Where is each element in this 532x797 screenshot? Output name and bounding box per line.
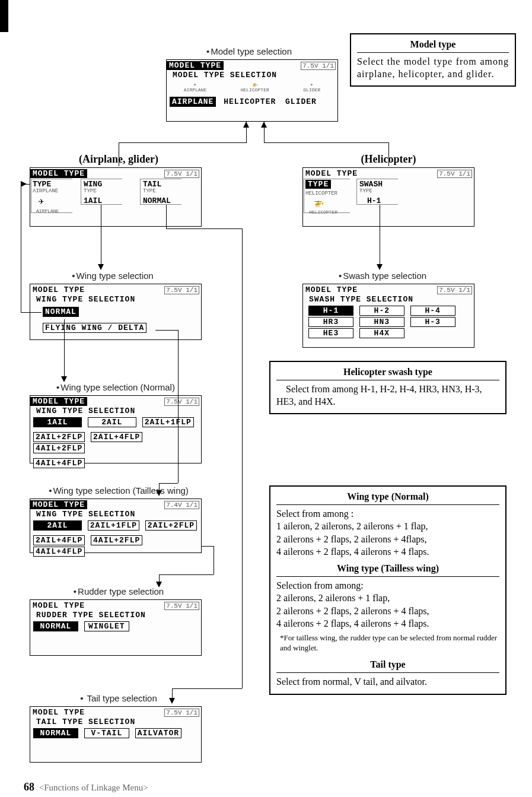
lcd-subtitle: RUDDER TYPE SELECTION [30, 611, 201, 620]
lcd-title: MODEL TYPE [167, 61, 224, 70]
opt-1ail[interactable]: 1AIL [33, 417, 82, 427]
caption-wing-type-selection: Wing type selection [36, 271, 190, 281]
lcd-title: MODEL TYPE [303, 285, 360, 294]
desc-wing-tailless-l2: 2 ailerons, 2 ailerons + 1 flap, [276, 592, 499, 605]
battery-indicator: 7.5V 1/1 [437, 170, 472, 178]
opt-2ail1flp[interactable]: 2AIL+1FLP [142, 417, 194, 427]
desc-tail-type-title: Tail type [276, 658, 499, 673]
battery-indicator: 7.4V 1/1 [164, 501, 199, 509]
battery-indicator: 7.5V 1/1 [437, 286, 472, 294]
battery-indicator: 7.5V 1/1 [164, 286, 199, 294]
option-airplane[interactable]: AIRPLANE [170, 97, 216, 107]
lcd-title: MODEL TYPE [30, 500, 87, 509]
opt-4ail4flp[interactable]: 4AIL+4FLP [33, 458, 85, 468]
opt-vtail[interactable]: V-TAIL [84, 728, 129, 738]
lcd-helicopter: MODEL TYPE 7.5V 1/1 TYPE HELICOPTER 🚁 HE… [302, 167, 474, 227]
opt-normal[interactable]: NORMAL [33, 728, 78, 738]
battery-indicator: 7.5V 1/1 [164, 709, 199, 717]
battery-indicator: 7.5V 1/1 [164, 170, 199, 178]
glider-icon: ✈GLIDER [303, 82, 320, 93]
caption-model-type-selection: Model type selection [172, 46, 326, 56]
desc-heli-swash: Helicopter swash type Select from among … [269, 361, 506, 414]
desc-model-type: Model type Select the model type from am… [350, 33, 516, 87]
lcd-title: MODEL TYPE [30, 285, 87, 294]
heading-helicopter: (Helicopter) [320, 153, 457, 166]
opt-h4[interactable]: H-4 [410, 306, 455, 316]
field-type-hdr: TYPE [33, 180, 51, 189]
desc-wing-tailless-title: Wing type (Tailless wing) [276, 562, 499, 577]
desc-tail-type-body: Select from normal, V tail, and ailvator… [276, 675, 499, 688]
opt-2ail[interactable]: 2AIL [33, 520, 82, 531]
helicopter-icon-label: HELICOPTER [309, 209, 337, 215]
option-helicopter[interactable]: HELICOPTER [221, 97, 278, 106]
desc-model-type-body: Select the model type from among airplan… [357, 55, 509, 81]
opt-2ail4flp[interactable]: 2AIL+4FLP [33, 535, 85, 545]
desc-wing-normal-title: Wing type (Normal) [276, 490, 499, 505]
field-type-val: HELICOPTER [305, 190, 337, 196]
lcd-subtitle: TAIL TYPE SELECTION [30, 717, 201, 726]
opt-hr3[interactable]: HR3 [308, 317, 353, 327]
lcd-subtitle: WING TYPE SELECTION [30, 295, 201, 304]
airplane-icon: ✈AIRPLANE [184, 82, 206, 93]
desc-heli-swash-body: Select from among H-1, H-2, H-4, HR3, HN… [276, 383, 499, 408]
battery-indicator: 7.5V 1/1 [301, 62, 336, 70]
opt-h3[interactable]: H-3 [410, 317, 455, 327]
opt-2ail[interactable]: 2AIL [88, 417, 136, 427]
option-flying-wing-delta[interactable]: FLYING WING / DELTA [43, 323, 146, 333]
field-type-hdr: TYPE [305, 180, 331, 189]
lcd-subtitle: WING TYPE SELECTION [30, 407, 201, 415]
opt-2ail1flp[interactable]: 2AIL+1FLP [88, 520, 139, 531]
caption-wing-type-tailless: Wing type selection (Tailless wing) [24, 485, 214, 496]
battery-indicator: 7.5V 1/1 [164, 398, 199, 406]
field-tail-sub: TYPE [143, 188, 156, 194]
desc-wing-tailless-l3: 2 ailerons + 2 flaps, 2 ailerons + 4 fla… [276, 605, 499, 618]
field-type-val: AIRPLANE [33, 188, 58, 194]
lcd-title: MODEL TYPE [303, 169, 360, 178]
side-tab [0, 0, 8, 32]
opt-2ail2flp[interactable]: 2AIL+2FLP [145, 520, 197, 531]
airplane-icon: ✈ [39, 195, 44, 207]
lcd-tail-type-selection: MODEL TYPE 7.5V 1/1 TAIL TYPE SELECTION … [30, 706, 202, 763]
page-footer: 68 <Functions of Linkage Menu> [24, 781, 148, 793]
opt-h1[interactable]: H-1 [308, 306, 353, 316]
lcd-swash-type-selection: MODEL TYPE 7.5V 1/1 SWASH TYPE SELECTION… [302, 284, 474, 348]
lcd-title: MODEL TYPE [30, 169, 87, 178]
lcd-model-type-selection: MODEL TYPE 7.5V 1/1 MODEL TYPE SELECTION… [166, 59, 338, 122]
opt-hn3[interactable]: HN3 [359, 317, 404, 327]
helicopter-icon: 🚁 [314, 198, 324, 208]
desc-wing-normal-l2: 1 aileron, 2 ailerons, 2 ailerons + 1 fl… [276, 520, 499, 533]
opt-4ail4flp[interactable]: 4AIL+4FLP [33, 547, 85, 557]
field-swash-val[interactable]: H-1 [367, 196, 381, 205]
field-wing-val[interactable]: 1AIL [84, 196, 102, 205]
opt-4ail2flp[interactable]: 4AIL+2FLP [33, 443, 85, 453]
desc-wing-normal-l1: Select from among : [276, 507, 499, 520]
lcd-subtitle: SWASH TYPE SELECTION [303, 295, 474, 304]
field-wing-sub: TYPE [84, 188, 97, 194]
opt-2ail4flp[interactable]: 2AIL+4FLP [91, 432, 142, 442]
desc-wing-tailless-l1: Selection from among: [276, 579, 499, 592]
opt-winglet[interactable]: WINGLET [84, 621, 129, 631]
option-normal[interactable]: NORMAL [43, 307, 79, 317]
lcd-wing-type-tailless: MODEL TYPE 7.4V 1/1 WING TYPE SELECTION … [30, 498, 202, 553]
page-section-title: <Functions of Linkage Menu> [39, 783, 148, 792]
opt-2ail2flp[interactable]: 2AIL+2FLP [33, 432, 85, 442]
desc-wing-normal-l4: 4 ailerons + 2 flaps, 4 ailerons + 4 fla… [276, 545, 499, 558]
desc-wing-normal-l3: 2 ailerons + 2 flaps, 2 ailerons + 4flap… [276, 533, 499, 546]
lcd-title: MODEL TYPE [30, 601, 87, 610]
field-wing-hdr: WING [84, 180, 102, 189]
option-glider[interactable]: GLIDER [283, 97, 319, 106]
field-tail-val[interactable]: NORMAL [143, 196, 171, 205]
lcd-rudder-type-selection: MODEL TYPE 7.5V 1/1 RUDDER TYPE SELECTIO… [30, 599, 202, 656]
opt-4ail2flp[interactable]: 4AIL+2FLP [91, 535, 142, 545]
opt-he3[interactable]: HE3 [308, 328, 353, 338]
opt-h2[interactable]: H-2 [359, 306, 404, 316]
airplane-icon-label: AIRPLANE [36, 208, 59, 214]
lcd-title: MODEL TYPE [30, 708, 87, 717]
desc-model-type-title: Model type [357, 38, 509, 53]
opt-ailvator[interactable]: AILVATOR [135, 728, 181, 738]
caption-swash-type-selection: Swash type selection [302, 271, 463, 281]
opt-normal[interactable]: NORMAL [33, 621, 78, 631]
lcd-subtitle: MODEL TYPE SELECTION [167, 71, 337, 80]
opt-h4x[interactable]: H4X [359, 328, 404, 338]
lcd-wing-type-selection: MODEL TYPE 7.5V 1/1 WING TYPE SELECTION … [30, 284, 202, 340]
